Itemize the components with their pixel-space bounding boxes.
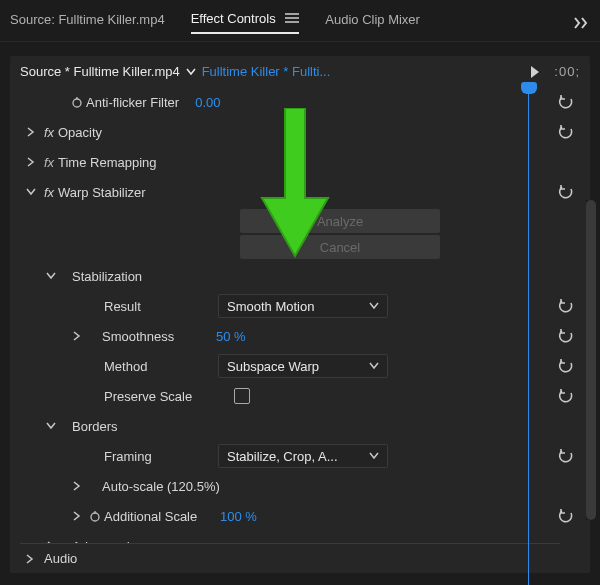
chevron-down-icon[interactable] <box>186 68 196 76</box>
chevron-right-icon[interactable] <box>22 127 40 137</box>
svg-point-5 <box>91 513 99 521</box>
reset-icon[interactable] <box>552 124 580 140</box>
cancel-button[interactable]: Cancel <box>240 235 440 259</box>
dropdown-value: Subspace Warp <box>227 359 369 374</box>
prop-label: Smoothness <box>102 329 216 344</box>
reset-icon[interactable] <box>552 358 580 374</box>
svg-point-3 <box>73 99 81 107</box>
prop-label: Anti-flicker Filter <box>86 95 179 110</box>
reset-icon[interactable] <box>552 508 580 524</box>
overflow-tabs-icon[interactable] <box>574 17 590 29</box>
chevron-right-icon[interactable] <box>22 157 40 167</box>
group-label: Stabilization <box>72 269 142 284</box>
reset-icon[interactable] <box>552 94 580 110</box>
chevron-right-icon[interactable] <box>68 481 86 491</box>
reset-icon[interactable] <box>552 184 580 200</box>
tab-effect-controls-label: Effect Controls <box>191 11 276 26</box>
chevron-down-icon <box>369 452 379 460</box>
prop-value[interactable]: 0.00 <box>195 95 220 110</box>
stopwatch-icon[interactable] <box>86 510 104 522</box>
prop-value[interactable]: 50 % <box>216 329 246 344</box>
prop-additional-scale: Additional Scale 100 % <box>14 501 586 531</box>
prop-label: Warp Stabilizer <box>58 185 146 200</box>
fx-icon[interactable]: fx <box>40 125 58 140</box>
stopwatch-icon[interactable] <box>68 96 86 108</box>
chevron-down-icon <box>369 302 379 310</box>
reset-icon[interactable] <box>552 298 580 314</box>
prop-auto-scale[interactable]: Auto-scale (120.5%) <box>14 471 586 501</box>
tab-source[interactable]: Source: Fulltime Killer.mp4 <box>10 12 165 33</box>
prop-label: Additional Scale <box>104 509 220 524</box>
dropdown-value: Smooth Motion <box>227 299 369 314</box>
panel-tabs: Source: Fulltime Killer.mp4 Effect Contr… <box>0 0 600 42</box>
prop-time-remapping[interactable]: fx Time Remapping <box>14 147 586 177</box>
result-dropdown[interactable]: Smooth Motion <box>218 294 388 318</box>
panel-menu-icon[interactable] <box>285 13 299 23</box>
group-borders[interactable]: Borders <box>14 411 586 441</box>
fx-icon[interactable]: fx <box>40 155 58 170</box>
prop-framing: Framing Stabilize, Crop, A... <box>14 441 586 471</box>
preserve-scale-checkbox[interactable] <box>234 388 250 404</box>
chevron-right-icon[interactable] <box>26 554 44 564</box>
tab-audio-mixer[interactable]: Audio Clip Mixer <box>325 12 420 33</box>
scrollbar-thumb[interactable] <box>586 200 596 520</box>
prop-preserve-scale: Preserve Scale <box>14 381 586 411</box>
prop-value[interactable]: 100 % <box>220 509 257 524</box>
method-dropdown[interactable]: Subspace Warp <box>218 354 388 378</box>
prop-label: Auto-scale (120.5%) <box>102 479 220 494</box>
prop-label: Opacity <box>58 125 102 140</box>
prop-label: Preserve Scale <box>104 389 234 404</box>
panel-header: Source * Fulltime Killer.mp4 Fulltime Ki… <box>10 56 590 87</box>
dropdown-value: Stabilize, Crop, A... <box>227 449 369 464</box>
prop-label: Time Remapping <box>58 155 157 170</box>
prop-label: Result <box>104 299 218 314</box>
chevron-right-icon[interactable] <box>68 331 86 341</box>
analyze-button[interactable]: Analyze <box>240 209 440 233</box>
prop-smoothness: Smoothness 50 % <box>14 321 586 351</box>
timecode-label: :00; <box>548 64 580 79</box>
effect-controls-panel: Source * Fulltime Killer.mp4 Fulltime Ki… <box>10 56 590 573</box>
section-label: Audio <box>44 551 77 566</box>
group-stabilization[interactable]: Stabilization <box>14 261 586 291</box>
prop-opacity[interactable]: fx Opacity <box>14 117 586 147</box>
chevron-down-icon <box>369 362 379 370</box>
group-label: Borders <box>72 419 118 434</box>
fx-icon[interactable]: fx <box>40 185 58 200</box>
prop-warp-stabilizer[interactable]: fx Warp Stabilizer <box>14 177 586 207</box>
reset-icon[interactable] <box>552 448 580 464</box>
button-label: Analyze <box>317 214 363 229</box>
reset-icon[interactable] <box>552 388 580 404</box>
property-list: Anti-flicker Filter 0.00 fx Opacity <box>10 87 590 573</box>
source-path[interactable]: Source * Fulltime Killer.mp4 <box>20 64 180 79</box>
chevron-down-icon[interactable] <box>22 188 40 196</box>
scrollbar-vertical[interactable] <box>586 200 596 520</box>
play-icon[interactable] <box>522 66 548 78</box>
framing-dropdown[interactable]: Stabilize, Crop, A... <box>218 444 388 468</box>
prop-method: Method Subspace Warp <box>14 351 586 381</box>
chevron-right-icon[interactable] <box>68 511 86 521</box>
chevron-down-icon[interactable] <box>42 422 60 430</box>
prop-result: Result Smooth Motion <box>14 291 586 321</box>
reset-icon[interactable] <box>552 328 580 344</box>
prop-label: Framing <box>104 449 218 464</box>
prop-anti-flicker: Anti-flicker Filter 0.00 <box>14 87 586 117</box>
tab-effect-controls[interactable]: Effect Controls <box>191 11 300 34</box>
chevron-down-icon[interactable] <box>42 272 60 280</box>
audio-section[interactable]: Audio <box>20 543 560 573</box>
prop-label: Method <box>104 359 218 374</box>
button-label: Cancel <box>320 240 360 255</box>
clip-name[interactable]: Fulltime Killer * Fullti... <box>202 64 331 79</box>
